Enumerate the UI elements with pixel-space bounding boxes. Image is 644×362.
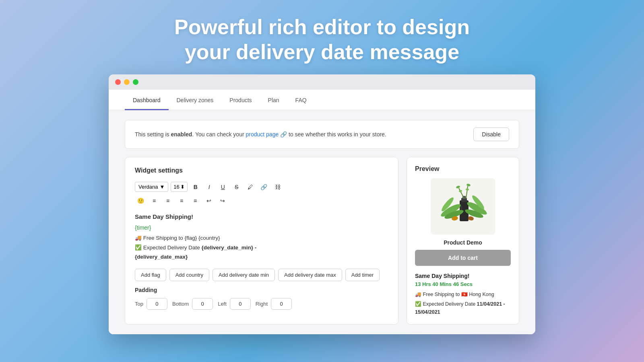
shipping-delivery-line: ✅ Expected Delivery Date 11/04/2021 - 15… [415,300,511,316]
traffic-light-yellow[interactable] [124,79,130,85]
tab-plan[interactable]: Plan [260,90,287,110]
toolbar: Verdana ▼ 16 ⬍ B I U S 🖊 [135,181,388,206]
padding-right-label: Right [256,301,268,307]
widget-title: Widget settings [135,167,388,174]
add-flag-button[interactable]: Add flag [135,269,166,281]
padding-right-input[interactable] [271,298,292,310]
padding-left-input[interactable] [230,298,251,310]
add-delivery-date-min-button[interactable]: Add delivery date min [213,269,275,281]
add-timer-button[interactable]: Add timer [345,269,380,281]
preview-panel: Preview [407,157,519,325]
padding-row: Top Bottom Left [135,298,388,310]
padding-section: Padding Top Bottom Left [135,287,388,310]
padding-top-input[interactable] [147,298,167,310]
align-right-button[interactable]: ≡ [176,195,187,206]
browser-window: Dashboard Delivery zones Products Plan F… [109,74,535,334]
tab-products[interactable]: Products [221,90,260,110]
info-banner: This setting is enabled. You can check y… [125,120,519,149]
underline-button[interactable]: U [217,181,229,193]
add-to-cart-button[interactable]: Add to cart [415,250,511,266]
add-country-button[interactable]: Add country [169,269,209,281]
emoji-button[interactable]: 🙂 [135,195,146,206]
add-delivery-date-max-button[interactable]: Add delivery date max [278,269,342,281]
padding-top-label: Top [135,301,143,307]
content-area: This setting is enabled. You can check y… [109,110,535,334]
tab-delivery-zones[interactable]: Delivery zones [169,90,222,110]
toolbar-row-2: 🙂 ≡ ≡ ≡ ≡ ↩ ↪ [135,195,388,206]
chevron-down-icon: ▼ [159,184,165,190]
editor-timer-tag: {timer} [135,223,388,232]
traffic-light-red[interactable] [115,79,121,85]
padding-bottom-item: Bottom [172,298,213,310]
padding-bottom-label: Bottom [172,301,189,307]
product-image-container [415,178,511,234]
editor-line2: ✅ Expected Delivery Date {delivery_date_… [135,243,388,252]
bold-button[interactable]: B [190,181,201,193]
font-select[interactable]: Verdana ▼ [135,182,168,192]
align-justify-button[interactable]: ≡ [190,195,201,206]
font-size-select[interactable]: 16 ⬍ [171,182,187,192]
insert-buttons: Add flag Add country Add delivery date m… [135,269,388,281]
toolbar-row-1: Verdana ▼ 16 ⬍ B I U S 🖊 [135,181,388,193]
main-layout: Widget settings Verdana ▼ 16 ⬍ [125,157,519,325]
padding-title: Padding [135,287,388,293]
preview-title: Preview [415,165,511,173]
editor-line1: 🚚 Free Shipping to {flag} {country} [135,234,388,243]
browser-chrome [109,74,535,90]
shipping-timer: 13 Hrs 40 Mins 46 Secs [415,280,511,289]
redo-button[interactable]: ↪ [217,195,228,206]
product-page-link[interactable]: product page 🔗 [246,131,287,138]
padding-top-item: Top [135,298,167,310]
stepper-icon: ⬍ [180,184,185,190]
product-image [431,178,495,234]
tab-faq[interactable]: FAQ [287,90,315,110]
padding-right-item: Right [256,298,292,310]
browser-content: Dashboard Delivery zones Products Plan F… [109,90,535,334]
strikethrough-button[interactable]: S [231,181,242,193]
shipping-preview-title: Same Day Shipping! [415,272,511,280]
widget-panel: Widget settings Verdana ▼ 16 ⬍ [125,157,398,325]
editor-line3: {delivery_date_max} [135,253,388,261]
traffic-light-green[interactable] [133,79,138,85]
highlight-button[interactable]: 🖊 [245,181,256,193]
unlink-button[interactable]: ⛓ [272,181,283,193]
info-banner-text: This setting is enabled. You can check y… [135,131,386,138]
nav-tabs: Dashboard Delivery zones Products Plan F… [109,90,535,110]
tab-dashboard[interactable]: Dashboard [125,90,169,110]
hero-title: Powerful rich editor to design your deli… [174,14,470,65]
padding-left-item: Left [218,298,251,310]
editor-heading: Same Day Shipping! [135,212,388,222]
undo-button[interactable]: ↩ [203,195,215,206]
link-button[interactable]: 🔗 [258,181,270,193]
align-left-button[interactable]: ≡ [149,195,160,206]
italic-button[interactable]: I [204,181,215,193]
padding-bottom-input[interactable] [192,298,213,310]
align-center-button[interactable]: ≡ [162,195,173,206]
editor-content[interactable]: Same Day Shipping! {timer} 🚚 Free Shippi… [135,212,388,261]
shipping-free-line: 🚚 Free Shipping to 🇭🇰 Hong Kong [415,290,511,298]
padding-left-label: Left [218,301,227,307]
disable-button[interactable]: Disable [473,128,509,141]
product-name: Product Demo [415,239,511,246]
shipping-preview: Same Day Shipping! 13 Hrs 40 Mins 46 Sec… [415,272,511,316]
